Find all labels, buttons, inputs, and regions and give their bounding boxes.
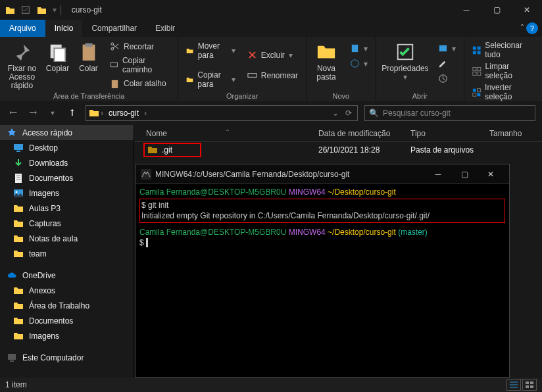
file-date: 26/10/2021 18:28 [318, 145, 410, 155]
nav-up-button[interactable]: 🠕 [66, 107, 79, 120]
address-dropdown-icon[interactable]: ⌄ [332, 109, 339, 118]
svg-rect-34 [473, 93, 476, 96]
maximize-button[interactable]: ▢ [481, 0, 512, 20]
terminal-line: Initialized empty Git repository in C:/U… [141, 210, 503, 221]
edit-button[interactable] [435, 57, 458, 70]
terminal-line: Camila Fernanda@DESKTOP-M5GBR0U MINGW64 … [139, 187, 505, 197]
copy-button[interactable]: Copiar [45, 39, 70, 91]
svg-rect-21 [248, 74, 257, 78]
new-item-button[interactable]: ▾ [347, 42, 370, 55]
pin-quick-access-button[interactable]: Fixar no Acesso rápido [5, 39, 39, 91]
search-input[interactable]: 🔍 Pesquisar curso-git [364, 105, 535, 121]
sidebar-item-anexos[interactable]: Anexos [0, 283, 134, 298]
chevron-right-icon[interactable]: › [99, 109, 105, 118]
rename-button[interactable]: Renomear [245, 69, 301, 82]
properties-button[interactable]: Propriedades ▾ [382, 39, 429, 91]
svg-rect-18 [85, 43, 92, 47]
view-details-button[interactable] [506, 379, 521, 391]
sidebar-this-pc[interactable]: Este Computador [0, 350, 134, 365]
copy-to-button[interactable]: Copiar para ▾ [184, 69, 237, 90]
chevron-right-icon[interactable]: › [143, 109, 148, 118]
nav-forward-button: 🠖 [26, 107, 39, 120]
tab-exibir[interactable]: Exibir [146, 20, 184, 37]
sidebar-item-notas[interactable]: Notas de aula [0, 231, 134, 246]
folder-icon [147, 145, 158, 155]
view-large-icons-button[interactable] [522, 379, 537, 391]
svg-rect-22 [352, 45, 358, 52]
collapse-ribbon-icon[interactable]: ˆ [521, 24, 524, 33]
ribbon-tabs: Arquivo Início Compartilhar Exibir ˆ ? [0, 20, 542, 37]
sidebar-item-downloads[interactable]: Downloads [0, 155, 134, 170]
minimize-button[interactable]: ─ [451, 0, 481, 20]
easy-access-button[interactable]: ▾ [347, 57, 370, 70]
svg-rect-32 [477, 93, 480, 96]
delete-button[interactable]: Excluir ▾ [245, 49, 301, 61]
sidebar-item-documentos2[interactable]: Documentos [0, 313, 134, 328]
sort-indicator-icon: ˆ [226, 129, 229, 138]
col-size[interactable]: Tamanho [489, 129, 542, 138]
sidebar-item-area[interactable]: Área de Trabalho [0, 298, 134, 313]
terminal-maximize-button[interactable]: ▢ [451, 164, 478, 184]
ribbon: Fixar no Acesso rápido Copiar Colar Reco… [0, 37, 542, 101]
sidebar-item-images[interactable]: Imagens [0, 185, 134, 201]
nav-back-button[interactable]: 🠔 [7, 107, 20, 120]
svg-point-23 [351, 60, 358, 67]
terminal-close-button[interactable]: ✕ [478, 164, 504, 184]
svg-rect-30 [478, 72, 481, 75]
column-headers[interactable]: Nomeˆ Data de modificação Tipo Tamanho [134, 125, 542, 142]
table-row[interactable]: .git 26/10/2021 18:28 Pasta de arquivos [134, 142, 542, 158]
tab-compartilhar[interactable]: Compartilhar [82, 20, 146, 37]
nav-recent-button[interactable]: ▼ [46, 107, 59, 120]
col-name[interactable]: Nome [146, 129, 167, 138]
col-date[interactable]: Data de modificação [318, 129, 410, 138]
new-folder-button[interactable]: Nova pasta [312, 39, 341, 91]
close-button[interactable]: ✕ [512, 0, 542, 20]
invert-selection-button[interactable]: Inverter seleção [470, 82, 537, 103]
terminal-line: $ [139, 237, 505, 248]
cut-button[interactable]: Recortar [107, 40, 173, 53]
sidebar-item-aulas[interactable]: Aulas P3 [0, 201, 134, 216]
tab-arquivo[interactable]: Arquivo [0, 20, 45, 37]
svg-rect-35 [526, 381, 529, 384]
history-button[interactable] [435, 72, 458, 85]
sidebar-item-team[interactable]: team [0, 246, 134, 261]
sidebar-item-documents[interactable]: Documentos [0, 170, 134, 185]
copy-path-button[interactable]: Copiar caminho [107, 55, 173, 76]
sidebar-item-imagens2[interactable]: Imagens [0, 328, 134, 343]
sidebar-item-capturas[interactable]: Capturas [0, 216, 134, 231]
svg-rect-31 [473, 88, 476, 91]
group-organize-label: Organizar [184, 91, 300, 100]
paste-button[interactable]: Colar [76, 39, 101, 91]
address-bar: 🠔 🠖 ▼ 🠕 › curso-git › ⌄ ⟳ 🔍 Pesquisar cu… [0, 101, 542, 125]
window-title: curso-git [69, 5, 102, 14]
col-type[interactable]: Tipo [410, 129, 489, 138]
breadcrumb-item[interactable]: curso-git [105, 109, 143, 118]
tab-inicio[interactable]: Início [45, 20, 83, 37]
svg-rect-37 [526, 385, 529, 388]
paste-shortcut-button[interactable]: Colar atalho [107, 78, 173, 90]
sidebar-quick-access[interactable]: Acesso rápido [0, 125, 134, 140]
folder-icon [89, 108, 99, 118]
refresh-icon[interactable]: ⟳ [345, 109, 352, 118]
clear-selection-button[interactable]: Limpar seleção [470, 61, 537, 82]
terminal-body[interactable]: Camila Fernanda@DESKTOP-M5GBR0U MINGW64 … [136, 184, 509, 377]
group-new-label: Novo [312, 91, 370, 100]
select-all-button[interactable]: Selecionar tudo [470, 39, 537, 61]
folder-icon [5, 5, 14, 14]
annotation-highlight: .git [143, 143, 201, 157]
terminal-cursor [146, 238, 148, 247]
svg-rect-33 [477, 88, 480, 91]
breadcrumb[interactable]: › curso-git › ⌄ ⟳ [86, 105, 358, 121]
terminal-minimize-button[interactable]: ─ [425, 164, 451, 184]
terminal-title: MINGW64:/c/Users/Camila Fernanda/Desktop… [155, 170, 349, 179]
svg-rect-20 [112, 80, 118, 88]
file-type: Pasta de arquivos [410, 145, 509, 155]
sidebar-item-desktop[interactable]: Desktop [0, 140, 134, 155]
move-to-button[interactable]: Mover para ▾ [184, 40, 237, 61]
help-button[interactable]: ? [526, 22, 538, 34]
terminal-titlebar[interactable]: MINGW64:/c/Users/Camila Fernanda/Desktop… [136, 164, 509, 184]
sidebar-onedrive[interactable]: OneDrive [0, 268, 134, 283]
qat-props-icon[interactable] [21, 5, 30, 14]
open-button[interactable]: ▾ [435, 42, 458, 55]
svg-rect-25 [439, 45, 447, 51]
